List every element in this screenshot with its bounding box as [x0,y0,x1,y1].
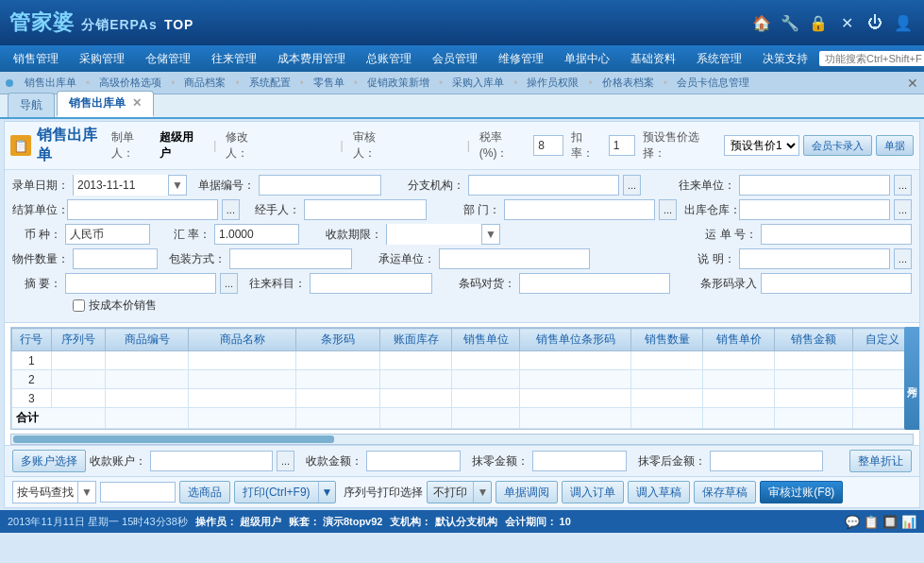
nav-item-basic[interactable]: 基础资料 [621,48,685,70]
carrier-input[interactable] [439,248,590,269]
barcode-input[interactable] [519,273,670,294]
row-2-custom[interactable] [852,370,912,389]
from-unit-dots-btn[interactable]: ... [894,175,912,196]
row-2-price[interactable] [703,370,775,389]
currency-input[interactable] [65,224,150,245]
due-date-input[interactable] [387,224,481,245]
exchange-input[interactable] [214,224,299,245]
member-card-btn[interactable]: 会员卡录入 [803,135,872,156]
row-1-price[interactable] [703,351,775,370]
row-1-unit[interactable] [452,351,520,370]
status-icon-3[interactable]: 🔲 [882,515,898,529]
tab-product-file[interactable]: 商品档案 [176,74,233,92]
side-tab-seqno[interactable]: 序列号 [904,327,919,430]
collect-amount-input[interactable] [366,451,461,471]
row-1-name[interactable] [189,351,296,370]
row-3-code[interactable] [105,389,189,408]
tab-price-options[interactable]: 高级价格选项 [92,74,169,92]
print-dropdown-icon[interactable]: ▼ [318,482,336,503]
row-2-seq[interactable] [51,370,105,389]
tab-bar-close[interactable]: ✕ [907,76,918,91]
row-2-unit[interactable] [452,370,520,389]
dept-dots-btn[interactable]: ... [659,199,677,220]
tab-sales-out[interactable]: 销售出库单 [17,74,84,92]
h-scrollbar[interactable] [10,434,914,445]
handler-input[interactable] [304,199,427,220]
row-3-name[interactable] [189,389,296,408]
settle-dots-btn[interactable]: ... [222,199,240,220]
nav-item-decision[interactable]: 决策支持 [753,48,817,70]
branch-input[interactable] [468,175,619,196]
nav-item-cost[interactable]: 成本费用管理 [268,48,355,70]
status-icon-1[interactable]: 💬 [845,515,860,529]
barcode-entry-input[interactable] [761,273,912,294]
status-icon-2[interactable]: 📋 [864,515,879,529]
close-icon[interactable]: ✕ [835,14,858,32]
row-2-unit-barcode[interactable] [520,370,631,389]
due-date-field[interactable]: ▼ [386,224,500,245]
pkg-input[interactable] [229,248,352,269]
user-icon[interactable]: 👤 [892,14,915,32]
serial-print-dropdown[interactable]: 不打印 ▼ [427,481,492,503]
acct-subj-input[interactable] [310,273,432,294]
scroll-thumb[interactable] [13,435,334,443]
row-3-unit[interactable] [452,389,520,408]
preset-select[interactable]: 预设售价1 [724,135,799,156]
lock-icon[interactable]: 🔒 [807,14,830,32]
tab-operator-auth[interactable]: 操作员权限 [519,74,586,92]
collect-acct-dots[interactable]: ... [277,451,294,471]
tab-promo[interactable]: 促销政策新增 [360,74,437,92]
adjust-draft-btn[interactable]: 调入草稿 [628,481,690,503]
out-wh-input[interactable] [739,199,890,220]
row-2-code[interactable] [105,370,189,389]
status-icon-4[interactable]: 📊 [901,515,916,529]
search-by-dropdown[interactable]: 按号码查找 ▼ [12,481,96,503]
tax-rate-input[interactable] [533,135,563,156]
tab-member-card[interactable]: 会员卡信息管理 [669,74,757,92]
tab-nav[interactable]: 导航 [8,93,55,117]
cost-price-checkbox[interactable] [73,299,85,312]
nav-item-repair[interactable]: 维修管理 [489,48,553,70]
row-1-barcode[interactable] [296,351,380,370]
row-1-seq[interactable] [51,351,105,370]
save-draft-btn[interactable]: 保存草稿 [694,481,756,503]
tab-sys-config[interactable]: 系统配置 [242,74,298,92]
nav-item-contacts[interactable]: 往来管理 [202,48,266,70]
print-btn-label[interactable]: 打印(Ctrl+F9) [235,485,318,501]
row-2-qty[interactable] [631,370,703,389]
date-dropdown-icon[interactable]: ▼ [168,176,186,195]
row-2-amount[interactable] [775,370,852,389]
discount-input[interactable] [609,135,635,156]
row-1-stock[interactable] [380,351,452,370]
date-field[interactable]: ▼ [73,175,187,196]
out-wh-dots-btn[interactable]: ... [894,199,912,220]
row-1-qty[interactable] [631,351,703,370]
row-2-name[interactable] [189,370,296,389]
nav-item-purchase[interactable]: 采购管理 [70,48,134,70]
row-1-unit-barcode[interactable] [520,351,631,370]
nav-item-bills[interactable]: 单据中心 [555,48,619,70]
after-erase-input[interactable] [710,451,823,471]
row-2-barcode[interactable] [296,370,380,389]
summary-input[interactable] [65,273,216,294]
row-1-code[interactable] [105,351,189,370]
row-3-price[interactable] [703,389,775,408]
tools-icon[interactable]: 🔧 [779,14,801,32]
row-3-amount[interactable] [775,389,852,408]
tab-retail[interactable]: 零售单 [306,74,352,92]
audit-btn[interactable]: 审核过账(F8) [760,481,843,503]
row-3-stock[interactable] [380,389,452,408]
date-input[interactable] [74,175,168,196]
search-input[interactable] [100,482,176,503]
home-icon[interactable]: 🏠 [750,14,773,32]
row-3-unit-barcode[interactable] [520,389,631,408]
row-3-barcode[interactable] [296,389,380,408]
summary-dots-btn[interactable]: ... [220,273,238,294]
select-goods-btn[interactable]: 选商品 [179,481,230,503]
branch-dots-btn[interactable]: ... [623,175,641,196]
tab-price-file[interactable]: 价格表档案 [595,74,662,92]
tab-purchase-in[interactable]: 采购入库单 [445,74,512,92]
print-dropdown-group[interactable]: 打印(Ctrl+F9) ▼ [234,481,337,503]
nav-item-warehouse[interactable]: 仓储管理 [136,48,200,70]
row-3-seq[interactable] [51,389,105,408]
